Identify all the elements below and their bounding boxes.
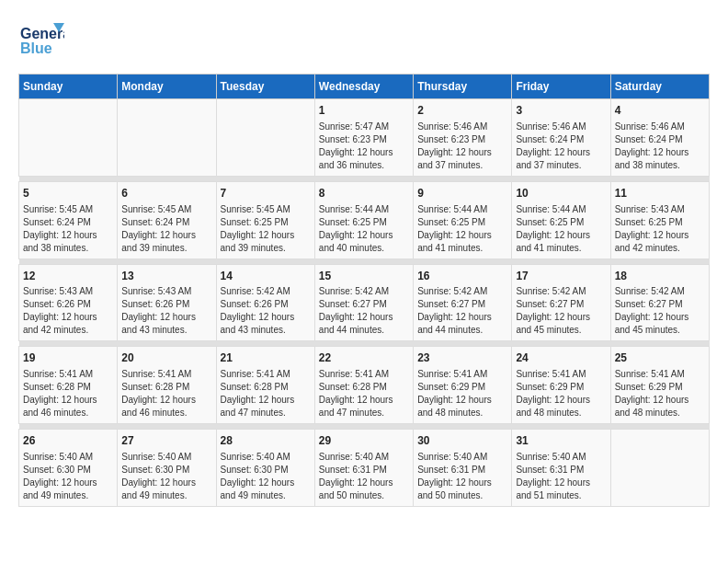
day-number: 1 [319,103,409,119]
day-number: 21 [221,350,311,366]
day-number: 19 [23,350,113,366]
calendar-cell: 29Sunrise: 5:40 AM Sunset: 6:31 PM Dayli… [314,430,413,507]
column-header-tuesday: Tuesday [216,75,314,99]
calendar-cell: 11Sunrise: 5:43 AM Sunset: 6:25 PM Dayli… [610,181,709,259]
day-info: Sunrise: 5:45 AM Sunset: 6:24 PM Dayligh… [121,203,211,255]
calendar-cell: 5Sunrise: 5:45 AM Sunset: 6:24 PM Daylig… [19,181,118,259]
calendar-week-1: 5Sunrise: 5:45 AM Sunset: 6:24 PM Daylig… [19,181,710,259]
day-number: 9 [417,186,507,201]
day-info: Sunrise: 5:47 AM Sunset: 6:23 PM Dayligh… [319,121,409,172]
day-info: Sunrise: 5:42 AM Sunset: 6:26 PM Dayligh… [221,285,311,337]
day-number: 26 [23,433,113,449]
calendar-cell [118,99,216,177]
calendar-header-row: SundayMondayTuesdayWednesdayThursdayFrid… [19,75,710,99]
day-number: 16 [417,269,507,284]
day-number: 27 [121,433,211,449]
day-info: Sunrise: 5:41 AM Sunset: 6:28 PM Dayligh… [319,368,409,419]
calendar-cell: 22Sunrise: 5:41 AM Sunset: 6:28 PM Dayli… [314,347,413,424]
calendar-cell: 19Sunrise: 5:41 AM Sunset: 6:28 PM Dayli… [19,347,118,424]
day-number: 7 [221,186,311,201]
calendar-cell: 26Sunrise: 5:40 AM Sunset: 6:30 PM Dayli… [19,430,118,507]
day-info: Sunrise: 5:41 AM Sunset: 6:29 PM Dayligh… [417,368,507,419]
day-info: Sunrise: 5:41 AM Sunset: 6:28 PM Dayligh… [221,368,311,419]
calendar-cell: 15Sunrise: 5:42 AM Sunset: 6:27 PM Dayli… [314,264,413,341]
calendar-week-4: 26Sunrise: 5:40 AM Sunset: 6:30 PM Dayli… [19,430,710,507]
calendar-cell: 24Sunrise: 5:41 AM Sunset: 6:29 PM Dayli… [512,347,610,424]
day-number: 10 [516,186,606,201]
day-info: Sunrise: 5:44 AM Sunset: 6:25 PM Dayligh… [417,203,507,255]
day-number: 2 [417,103,507,119]
calendar-cell: 12Sunrise: 5:43 AM Sunset: 6:26 PM Dayli… [19,264,118,341]
calendar-cell: 7Sunrise: 5:45 AM Sunset: 6:25 PM Daylig… [216,181,314,259]
day-info: Sunrise: 5:46 AM Sunset: 6:24 PM Dayligh… [516,121,606,172]
day-info: Sunrise: 5:41 AM Sunset: 6:29 PM Dayligh… [615,368,705,419]
day-number: 30 [417,433,507,449]
day-info: Sunrise: 5:45 AM Sunset: 6:24 PM Dayligh… [23,203,113,255]
day-info: Sunrise: 5:41 AM Sunset: 6:28 PM Dayligh… [121,368,211,419]
day-number: 22 [319,350,409,366]
calendar-cell: 21Sunrise: 5:41 AM Sunset: 6:28 PM Dayli… [216,347,314,424]
logo-icon: General Blue [18,18,64,64]
calendar-cell: 14Sunrise: 5:42 AM Sunset: 6:26 PM Dayli… [216,264,314,341]
calendar-cell: 16Sunrise: 5:42 AM Sunset: 6:27 PM Dayli… [414,264,512,341]
day-number: 3 [516,103,606,119]
calendar-table: SundayMondayTuesdayWednesdayThursdayFrid… [18,74,710,507]
day-number: 17 [516,269,606,284]
calendar-cell: 30Sunrise: 5:40 AM Sunset: 6:31 PM Dayli… [414,430,512,507]
day-number: 15 [319,269,409,284]
calendar-cell: 20Sunrise: 5:41 AM Sunset: 6:28 PM Dayli… [118,347,216,424]
day-info: Sunrise: 5:42 AM Sunset: 6:27 PM Dayligh… [319,285,409,337]
day-info: Sunrise: 5:41 AM Sunset: 6:28 PM Dayligh… [23,368,113,419]
column-header-sunday: Sunday [19,75,118,99]
day-number: 24 [516,350,606,366]
calendar-cell: 27Sunrise: 5:40 AM Sunset: 6:30 PM Dayli… [118,430,216,507]
day-info: Sunrise: 5:43 AM Sunset: 6:26 PM Dayligh… [121,285,211,337]
day-number: 23 [417,350,507,366]
svg-text:Blue: Blue [20,40,52,56]
day-info: Sunrise: 5:46 AM Sunset: 6:24 PM Dayligh… [615,121,705,172]
day-info: Sunrise: 5:42 AM Sunset: 6:27 PM Dayligh… [516,285,606,337]
calendar-cell: 9Sunrise: 5:44 AM Sunset: 6:25 PM Daylig… [414,181,512,259]
day-info: Sunrise: 5:40 AM Sunset: 6:30 PM Dayligh… [221,451,311,502]
calendar-cell: 6Sunrise: 5:45 AM Sunset: 6:24 PM Daylig… [118,181,216,259]
calendar-cell: 2Sunrise: 5:46 AM Sunset: 6:23 PM Daylig… [414,99,512,177]
column-header-friday: Friday [512,75,610,99]
calendar-cell: 18Sunrise: 5:42 AM Sunset: 6:27 PM Dayli… [610,264,709,341]
day-info: Sunrise: 5:42 AM Sunset: 6:27 PM Dayligh… [615,285,705,337]
day-number: 31 [516,433,606,449]
day-number: 6 [121,186,211,201]
day-number: 14 [221,269,311,284]
day-number: 28 [221,433,311,449]
day-number: 11 [615,186,705,201]
day-number: 29 [319,433,409,449]
day-info: Sunrise: 5:40 AM Sunset: 6:30 PM Dayligh… [23,451,113,502]
page-header: General Blue [18,18,710,64]
day-info: Sunrise: 5:40 AM Sunset: 6:31 PM Dayligh… [319,451,409,502]
day-number: 4 [615,103,705,119]
day-info: Sunrise: 5:45 AM Sunset: 6:25 PM Dayligh… [221,203,311,255]
logo: General Blue [18,18,64,64]
column-header-thursday: Thursday [414,75,512,99]
calendar-cell: 17Sunrise: 5:42 AM Sunset: 6:27 PM Dayli… [512,264,610,341]
day-number: 13 [121,269,211,284]
calendar-cell: 23Sunrise: 5:41 AM Sunset: 6:29 PM Dayli… [414,347,512,424]
day-number: 20 [121,350,211,366]
calendar-cell [610,430,709,507]
day-info: Sunrise: 5:43 AM Sunset: 6:26 PM Dayligh… [23,285,113,337]
calendar-cell: 1Sunrise: 5:47 AM Sunset: 6:23 PM Daylig… [314,99,413,177]
day-info: Sunrise: 5:40 AM Sunset: 6:31 PM Dayligh… [417,451,507,502]
day-number: 8 [319,186,409,201]
calendar-cell: 31Sunrise: 5:40 AM Sunset: 6:31 PM Dayli… [512,430,610,507]
day-number: 18 [615,269,705,284]
calendar-cell: 28Sunrise: 5:40 AM Sunset: 6:30 PM Dayli… [216,430,314,507]
calendar-cell [19,99,118,177]
calendar-cell: 4Sunrise: 5:46 AM Sunset: 6:24 PM Daylig… [610,99,709,177]
calendar-cell: 10Sunrise: 5:44 AM Sunset: 6:25 PM Dayli… [512,181,610,259]
day-number: 25 [615,350,705,366]
day-info: Sunrise: 5:43 AM Sunset: 6:25 PM Dayligh… [615,203,705,255]
calendar-cell: 13Sunrise: 5:43 AM Sunset: 6:26 PM Dayli… [118,264,216,341]
calendar-week-3: 19Sunrise: 5:41 AM Sunset: 6:28 PM Dayli… [19,347,710,424]
day-info: Sunrise: 5:42 AM Sunset: 6:27 PM Dayligh… [417,285,507,337]
calendar-week-0: 1Sunrise: 5:47 AM Sunset: 6:23 PM Daylig… [19,99,710,177]
column-header-saturday: Saturday [610,75,709,99]
